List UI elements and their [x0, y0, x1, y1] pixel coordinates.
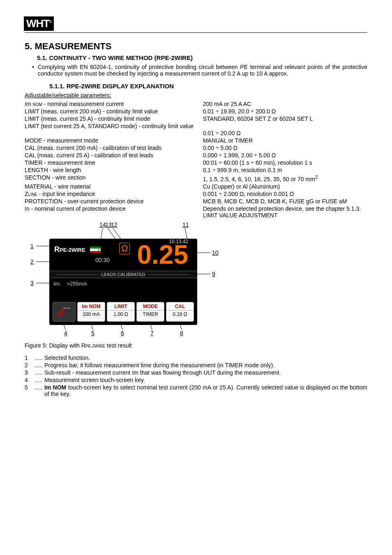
display-figure: RPE-2WIRE Ω 00:30 10.13.42 0.25 LEADS CA… [25, 223, 230, 338]
table-row: LIMIT (meas. current 200 mA) - continuit… [25, 108, 367, 115]
mode-key[interactable]: MODETIMER [136, 302, 164, 322]
callout-4: 4 [64, 330, 67, 336]
svg-line-6 [185, 228, 187, 240]
callout-7: 7 [150, 330, 154, 336]
callout-8: 8 [180, 330, 183, 336]
table-row: MATERIAL - wire materialCu (Cupper) or A… [25, 183, 367, 190]
callout-13: 13 [105, 221, 112, 228]
callout-3: 3 [30, 280, 34, 286]
table-row: PROTECTION - over-current protection dev… [25, 198, 367, 205]
heading-continuity: 5.1. CONTINUITY - TWO WIRE METHOD (RPE-2… [37, 54, 367, 61]
ohm-icon: Ω [119, 243, 130, 254]
table-row: LENGTH - wire length0.1 ÷ 999.9 m, resol… [25, 166, 367, 174]
display-value: 0.25 [137, 240, 188, 270]
callout-9: 9 [212, 271, 215, 277]
notes-list: 1.....Selected function. 2.....Progress … [25, 355, 367, 397]
logo-bar: WHT® [25, 16, 367, 33]
params-heading: Adjustable/selectable parameters: [25, 92, 367, 99]
display-timer: 00:30 [95, 257, 110, 263]
flag-icon [90, 246, 101, 253]
heading-measurements: 5. MEASUREMENTS [25, 41, 367, 52]
heading-display-explanation: 5.1.1. RPE-2WIRE DISPLAY EXPLANATION [49, 83, 367, 90]
table-row: Im NOM - nominal measurement current200 … [25, 100, 367, 108]
table-row: MODE - measurement modeMANUAL or TIMER [25, 137, 367, 144]
callout-1: 1 [30, 243, 34, 249]
logo: WHT® [25, 16, 54, 31]
list-item: 3.....Sub-result - measurement current I… [25, 369, 367, 376]
table-row: TIMER - measurement time00:01 ÷ 60:00 (1… [25, 159, 367, 166]
table-row: LIMIT (test current 25 A, STANDARD mode)… [25, 122, 367, 137]
meas-screen-key[interactable] [53, 302, 76, 322]
callout-2: 2 [30, 258, 34, 265]
table-row: In - nominal current of protection devic… [25, 205, 367, 219]
list-item: 1.....Selected function. [25, 355, 367, 361]
callout-6: 6 [121, 330, 124, 336]
callout-12: 12 [111, 221, 118, 228]
table-row: CAL (meas. current 25 A) - calibration o… [25, 152, 367, 159]
display-title: RPE-2WIRE [54, 245, 101, 254]
table-row: SECTION - wire section1, 1.5, 2.5, 4, 6,… [25, 174, 367, 183]
im-nom-key[interactable]: Im NOM200 mA [77, 302, 105, 322]
list-item: 2.....Progress bar, it follows measureme… [25, 362, 367, 368]
limit-key[interactable]: LIMIT1.00 Ω [107, 302, 135, 322]
callout-14: 14 [99, 221, 106, 228]
probe-icon [56, 306, 72, 318]
leads-calibrated-label: LEADS CALIBRATED [49, 271, 197, 278]
cal-key[interactable]: CAL0.18 Ω [166, 302, 194, 322]
table-row: CAL (meas. current 200 mA) - calibration… [25, 144, 367, 152]
table-row: ZLINE - input line impedance0.001 ÷ 2.00… [25, 190, 367, 198]
list-item: 5.....Im NOM touch-screen key to select … [25, 384, 367, 397]
intro-paragraph: • Complying with EN 60204-1, continuity … [32, 64, 367, 77]
list-item: 4.....Measurement screen touch-screen ke… [25, 377, 367, 383]
callout-5: 5 [91, 330, 95, 336]
sub-result-row: Im: >255mA [53, 279, 193, 288]
softkey-bar: Im NOM200 mA LIMIT1.00 Ω MODETIMER CAL0.… [53, 302, 194, 322]
figure-caption: Figure 5: Display with RPE-2WIRE test re… [25, 342, 367, 349]
device-display: RPE-2WIRE Ω 00:30 10.13.42 0.25 LEADS CA… [49, 239, 197, 325]
params-table: Im NOM - nominal measurement current200 … [25, 100, 367, 219]
callout-11: 11 [182, 221, 189, 228]
table-row: LIMIT (meas. current 25 A) - continuity … [25, 115, 367, 122]
callout-10: 10 [212, 249, 219, 256]
bullet-icon: • [32, 64, 38, 77]
